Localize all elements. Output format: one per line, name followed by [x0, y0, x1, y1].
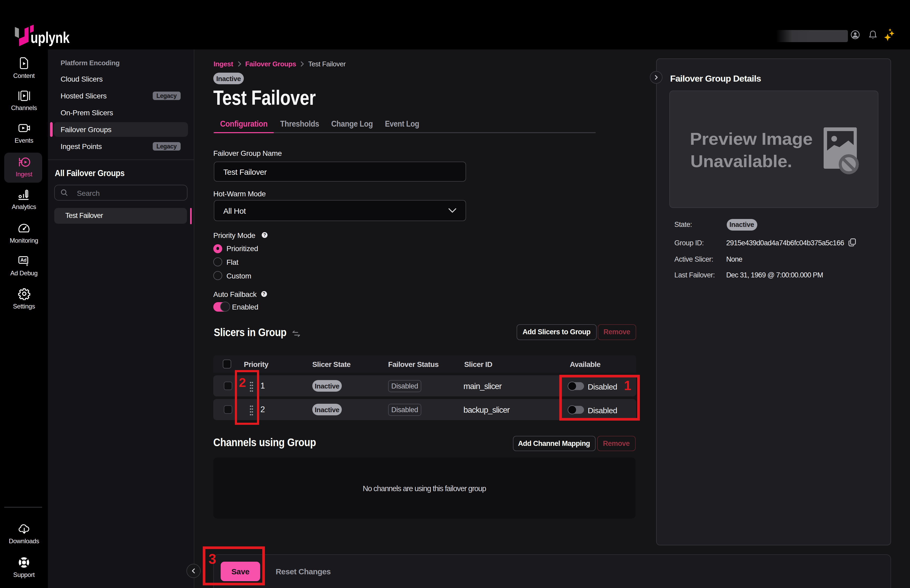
- svg-text:Unavailable.: Unavailable.: [690, 152, 792, 171]
- svg-text:Slicers in Group: Slicers in Group: [214, 326, 286, 338]
- svg-text:uplynk: uplynk: [31, 29, 70, 46]
- svg-text:Thresholds: Thresholds: [280, 119, 319, 128]
- svg-text:Configuration: Configuration: [220, 119, 267, 128]
- svg-text:All Failover Groups: All Failover Groups: [55, 168, 124, 178]
- svg-text:Test Failover: Test Failover: [213, 87, 316, 109]
- svg-text:Ad: Ad: [20, 257, 26, 262]
- svg-text:Preview Image: Preview Image: [690, 131, 813, 149]
- svg-text:Change Log: Change Log: [331, 119, 373, 128]
- svg-text:Event Log: Event Log: [385, 119, 419, 128]
- svg-text:Channels using Group: Channels using Group: [213, 436, 316, 449]
